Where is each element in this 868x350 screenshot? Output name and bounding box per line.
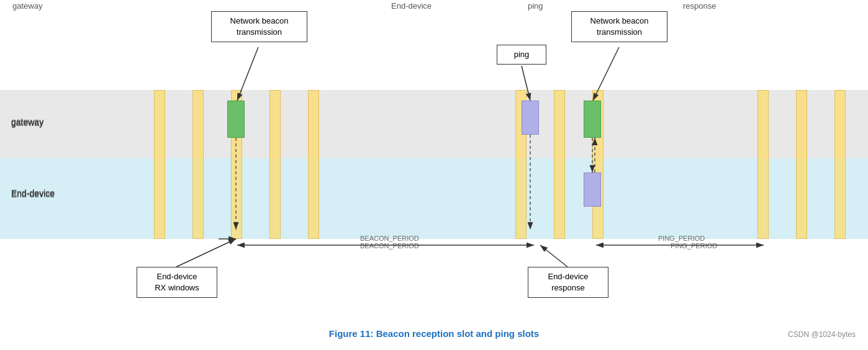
gateway-lane-label: gateway <box>11 118 43 128</box>
vbar-9 <box>757 90 769 239</box>
block-purple-enddevice <box>584 173 601 207</box>
top-label-3: ping <box>528 1 543 11</box>
lane-gateway <box>0 90 868 158</box>
callout-rx-windows: End-deviceRX windows <box>137 267 217 298</box>
callout-beacon2: Network beacontransmission <box>571 11 667 42</box>
block-green-beacon2 <box>584 101 601 138</box>
lane-enddevice <box>0 158 868 239</box>
vbar-4 <box>269 90 281 239</box>
top-label-2: End-device <box>391 1 432 11</box>
top-label-1: gateway <box>12 1 42 11</box>
vbar-2 <box>192 90 204 239</box>
callout-response: End-deviceresponse <box>528 267 608 298</box>
block-green-beacon1 <box>227 101 245 138</box>
ping-period-label: PING_PERIOD <box>671 242 717 249</box>
vbar-1 <box>154 90 165 239</box>
vbar-11 <box>834 90 846 239</box>
svg-line-12 <box>176 239 236 267</box>
vbar-7 <box>554 90 565 239</box>
svg-line-15 <box>540 245 567 267</box>
beacon-period-label: BEACON_PERIOD <box>360 242 419 249</box>
block-purple-ping <box>522 101 539 135</box>
figure-caption: Figure 11: Beacon reception slot and pin… <box>329 328 539 339</box>
top-label-4: response <box>683 1 716 11</box>
callout-beacon1: Network beacontransmission <box>211 11 307 42</box>
diagram-container: gateway End-device ping response gateway… <box>0 0 868 350</box>
watermark: CSDN @1024-bytes <box>788 330 856 339</box>
vbar-10 <box>796 90 807 239</box>
vbar-5 <box>308 90 319 239</box>
enddevice-lane-label: End-device <box>11 189 55 199</box>
callout-ping: ping <box>497 45 546 65</box>
